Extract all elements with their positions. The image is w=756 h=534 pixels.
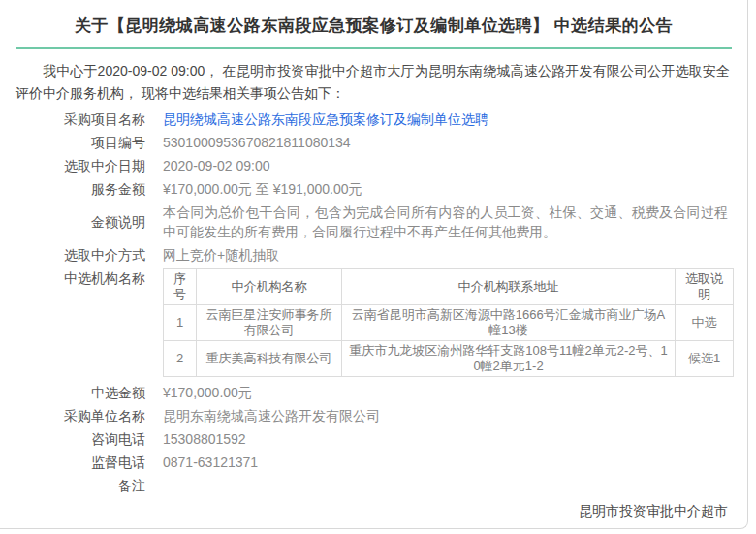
cell-selection-note: 中选 xyxy=(676,305,734,341)
field-label-supervision-phone: 监督电话 xyxy=(0,451,145,474)
cell-agency-address: 云南省昆明市高新区海源中路1666号汇金城市商业广场A幢13楼 xyxy=(342,305,676,341)
field-value-selection-date: 2020-09-02 09:00 xyxy=(163,154,747,177)
field-row-purchaser-name: 采购单位名称 昆明东南绕城高速公路开发有限公司 xyxy=(0,404,747,427)
field-value-supervision-phone: 0871-63121371 xyxy=(163,451,747,474)
field-label-inquiry-phone: 咨询电话 xyxy=(0,427,145,451)
title-divider xyxy=(16,47,732,49)
table-header-agency-name: 中介机构名称 xyxy=(197,269,342,305)
table-row: 2 重庆美高科技有限公司 重庆市九龙坡区渝州路华轩支路108号11幢2单元2-2… xyxy=(164,341,734,377)
field-label-remarks: 备注 xyxy=(0,474,145,497)
field-value-amount-note: 本合同为总价包干合同，包含为完成合同所有内容的人员工资、社保、交通、税费及合同过… xyxy=(163,201,747,243)
field-label-selected-agencies: 中选机构名称 xyxy=(0,267,145,290)
table-header-agency-address: 中介机构联系地址 xyxy=(342,269,676,305)
cell-index: 1 xyxy=(164,305,197,341)
field-row-amount-note: 金额说明 本合同为总价包干合同，包含为完成合同所有内容的人员工资、社保、交通、税… xyxy=(0,201,747,243)
cell-index: 2 xyxy=(164,341,197,377)
field-value-selection-method: 网上竞价+随机抽取 xyxy=(163,243,747,267)
footer-signature: 昆明市投资审批中介超市 2020-09-02 xyxy=(0,499,728,529)
table-header-index: 序号 xyxy=(164,269,197,305)
field-label-project-number: 项目编号 xyxy=(0,131,145,154)
agency-result-table: 序号 中介机构名称 中介机构联系地址 选取说明 1 云南巨星注安师事务所有限公司… xyxy=(163,268,734,377)
field-value-purchaser-name: 昆明东南绕城高速公路开发有限公司 xyxy=(163,404,747,427)
field-row-selection-date: 选取中介日期 2020-09-02 09:00 xyxy=(0,154,747,177)
field-row-inquiry-phone: 咨询电话 15308801592 xyxy=(0,427,747,451)
field-row-project-number: 项目编号 5301000953670821811080134 xyxy=(0,131,747,154)
field-row-remarks: 备注 xyxy=(0,474,747,497)
field-label-amount-note: 金额说明 xyxy=(0,210,145,234)
field-row-supervision-phone: 监督电话 0871-63121371 xyxy=(0,451,747,474)
field-value-winning-amount: ¥170,000.00元 xyxy=(163,381,747,404)
field-row-service-amount: 服务金额 ¥170,000.00元 至 ¥191,000.00元 xyxy=(0,177,747,201)
field-label-selection-date: 选取中介日期 xyxy=(0,154,145,177)
cell-agency-name: 云南巨星注安师事务所有限公司 xyxy=(197,305,342,341)
field-value-project-number: 5301000953670821811080134 xyxy=(163,131,747,154)
field-label-selection-method: 选取中介方式 xyxy=(0,243,145,267)
field-value-service-amount: ¥170,000.00元 至 ¥191,000.00元 xyxy=(163,177,747,201)
field-row-selected-agencies: 中选机构名称 序号 中介机构名称 中介机构联系地址 选取说明 xyxy=(0,267,747,381)
cell-agency-name: 重庆美高科技有限公司 xyxy=(197,341,342,377)
field-label-service-amount: 服务金额 xyxy=(0,177,145,201)
table-row: 1 云南巨星注安师事务所有限公司 云南省昆明市高新区海源中路1666号汇金城市商… xyxy=(164,305,734,341)
field-label-project-name: 采购项目名称 xyxy=(0,108,145,131)
cell-agency-address: 重庆市九龙坡区渝州路华轩支路108号11幢2单元2-2号、10幢2单元1-2 xyxy=(342,341,676,377)
announcement-card: 关于【昆明绕城高速公路东南段应急预案修订及编制单位选聘】 中选结果的公告 我中心… xyxy=(0,0,748,529)
field-label-winning-amount: 中选金额 xyxy=(0,381,145,404)
field-row-winning-amount: 中选金额 ¥170,000.00元 xyxy=(0,381,747,404)
footer-date: 2020-09-02 xyxy=(0,523,728,529)
field-row-selection-method: 选取中介方式 网上竞价+随机抽取 xyxy=(0,243,747,267)
intro-paragraph: 我中心于2020-09-02 09:00， 在昆明市投资审批中介超市大厅为昆明东… xyxy=(16,60,730,105)
field-list: 采购项目名称 昆明绕城高速公路东南段应急预案修订及编制单位选聘 项目编号 530… xyxy=(0,108,747,497)
table-header-selection-note: 选取说明 xyxy=(676,269,734,305)
field-value-inquiry-phone: 15308801592 xyxy=(163,427,747,451)
page-title: 关于【昆明绕城高速公路东南段应急预案修订及编制单位选聘】 中选结果的公告 xyxy=(0,0,747,47)
field-row-project-name: 采购项目名称 昆明绕城高速公路东南段应急预案修订及编制单位选聘 xyxy=(0,108,747,131)
project-name-link[interactable]: 昆明绕城高速公路东南段应急预案修订及编制单位选聘 xyxy=(163,111,488,127)
table-header-row: 序号 中介机构名称 中介机构联系地址 选取说明 xyxy=(164,269,734,305)
footer-org: 昆明市投资审批中介超市 xyxy=(0,499,728,523)
field-label-purchaser-name: 采购单位名称 xyxy=(0,404,145,427)
cell-selection-note: 候选1 xyxy=(676,341,734,377)
